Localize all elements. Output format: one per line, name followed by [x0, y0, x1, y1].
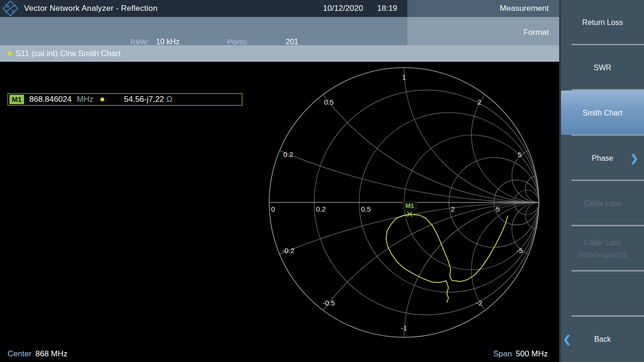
- marker-m1-label: M1: [405, 202, 414, 209]
- marker-trace-dot-icon: [100, 98, 104, 101]
- rohde-schwarz-logo: R S: [0, 0, 21, 17]
- reactance-tick-label: -0.2: [282, 247, 295, 255]
- reactance-tick-label: -2: [476, 299, 482, 307]
- reactance-tick-label: 2: [477, 98, 481, 106]
- plot-area: 00.20.5250.20.5125-0.2-0.5-1-2-5M1 M1 86…: [0, 62, 559, 362]
- sidebar-button-label: Cable Loss: [561, 181, 644, 226]
- center-label: Center: [8, 349, 32, 359]
- reactance-tick-label: 1: [402, 73, 406, 81]
- sidebar-button-swr[interactable]: SWR: [561, 45, 644, 90]
- trace-color-dot-icon: [8, 51, 12, 56]
- marker-readout-box: M1 868.846024 MHz 54.56-j7.22 Ω: [8, 93, 242, 106]
- center-frequency-readout: Center 868 MHz: [8, 349, 67, 359]
- sidebar: Return LossSWRSmith ChartPhase❯Cable Los…: [559, 0, 644, 362]
- sidebar-button-cable-loss-short-open-2: Cable Loss (short+open)/2: [561, 226, 644, 272]
- reactance-tick-label: 5: [518, 150, 521, 158]
- chevron-left-icon: ❮: [563, 334, 571, 345]
- submenu-title: Format: [523, 28, 549, 36]
- sidebar-button-label: Back: [561, 317, 644, 362]
- marker-m1[interactable]: M1: [402, 201, 417, 216]
- sidebar-button-label: [561, 272, 644, 317]
- trace-status-text: S11 (cal int) Clrw Smith Chart: [16, 49, 121, 58]
- resistance-tick-label: 2: [451, 205, 454, 213]
- sidebar-button-return-loss[interactable]: Return Loss: [561, 0, 644, 45]
- svg-text:S: S: [11, 9, 14, 14]
- sweep-settings-bar: RBW: 10 kHz Points: 201: [0, 17, 407, 45]
- resistance-tick-label: 5: [496, 205, 500, 213]
- center-value: 868 MHz: [35, 349, 67, 359]
- resistance-tick-label: 0.5: [361, 205, 371, 213]
- marker-impedance-unit: Ω: [166, 94, 173, 105]
- marker-frequency: 868.846024: [29, 94, 72, 105]
- sidebar-button-label: SWR: [561, 45, 644, 90]
- sidebar-button-label: Cable Loss (short+open)/2: [561, 226, 644, 272]
- submenu-title-bar: Format: [407, 17, 559, 45]
- app-title: Vector Network Analyzer - Reflection: [24, 4, 157, 13]
- time-display: 18:19: [377, 0, 397, 17]
- sidebar-button-phase[interactable]: Phase❯: [561, 136, 644, 181]
- span-readout: Span 500 MHz: [493, 349, 548, 359]
- trace-status-bar[interactable]: S11 (cal int) Clrw Smith Chart: [0, 45, 559, 62]
- marker-badge: M1: [9, 95, 24, 104]
- sidebar-button-label: Return Loss: [561, 0, 644, 45]
- sidebar-button-cable-loss: Cable Loss: [561, 181, 644, 226]
- reactance-tick-label: 0.5: [324, 98, 334, 106]
- reactance-tick-label: -1: [401, 324, 407, 332]
- chevron-right-icon: ❯: [630, 153, 638, 164]
- resistance-tick-label: 0.2: [316, 205, 326, 213]
- reactance-tick-label: -0.5: [322, 299, 335, 307]
- smith-chart-svg: 00.20.5250.20.5125-0.2-0.5-1-2-5M1: [0, 62, 559, 362]
- sidebar-button-back[interactable]: Back❮: [561, 317, 644, 362]
- date-display: 10/12/2020: [323, 0, 363, 17]
- svg-text:R: R: [7, 4, 10, 9]
- sidebar-button-label: Smith Chart: [561, 90, 644, 136]
- resistance-tick-label: 0: [271, 205, 275, 213]
- vna-screen: R S Vector Network Analyzer - Reflection…: [0, 0, 644, 362]
- sidebar-button-empty: [561, 272, 644, 317]
- title-bar: R S Vector Network Analyzer - Reflection…: [0, 0, 407, 17]
- span-label: Span: [493, 349, 512, 359]
- marker-impedance: 54.56-j7.22: [124, 94, 164, 105]
- menu-title: Measurement: [500, 4, 549, 13]
- marker-frequency-unit: MHz: [77, 94, 93, 105]
- s11-trace: [386, 214, 508, 302]
- sidebar-button-smith-chart[interactable]: Smith Chart: [561, 90, 644, 136]
- span-value: 500 MHz: [516, 349, 548, 359]
- reactance-tick-label: 0.2: [283, 150, 293, 158]
- menu-title-bar: Measurement: [407, 0, 559, 17]
- reactance-tick-label: -5: [517, 247, 523, 255]
